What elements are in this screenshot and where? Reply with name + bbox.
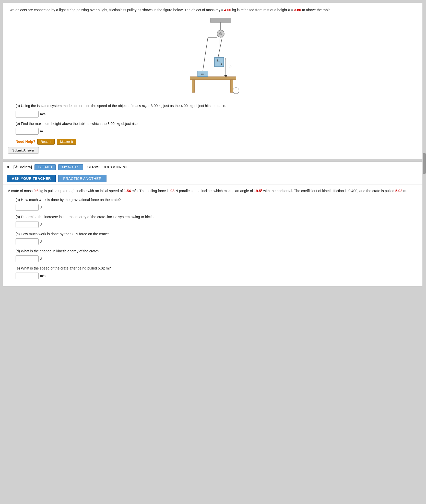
incline-angle: 19.5° [254,189,262,193]
svg-text:m: m [218,60,221,64]
p8-part-d-label: (d) What is the change in kinetic energy… [16,249,418,254]
scrollbar-thumb[interactable] [423,153,426,174]
part-a-input[interactable] [16,111,39,118]
part-a-input-row: m/s [16,111,418,118]
p8-part-e-input-row: m/s [16,273,418,279]
part-a-unit: m/s [40,112,45,116]
part-a-label: (a) Using the isolated system model, det… [16,103,418,109]
master-it-button[interactable]: Master It [57,139,76,145]
part-b-unit: m [40,129,43,133]
p8-part-d-input-row: J [16,255,418,262]
svg-text:m: m [202,72,204,76]
ask-teacher-button[interactable]: ASK YOUR TEACHER [7,175,56,182]
p8-part-b-label: (b) Determine the increase in internal e… [16,214,418,220]
crate-mass: 9.6 [33,189,38,193]
svg-rect-0 [210,18,231,22]
p8-part-a-input[interactable] [16,204,39,211]
p8-part-c-input[interactable] [16,238,39,245]
p8-part-c-unit: J [40,240,42,243]
p8-part-c-section: (c) How much work is done by the 98-N fo… [16,231,418,245]
mynotes-button[interactable]: MY NOTES [58,164,83,170]
pulley-svg: m 1 h [175,18,251,100]
svg-point-3 [219,32,222,35]
part-a-section: (a) Using the isolated system model, det… [16,103,418,117]
submit-button[interactable]: Submit Answer [8,147,39,154]
part-b-input-row: m [16,128,418,135]
p8-part-b-unit: J [40,222,42,226]
practice-another-button[interactable]: PRACTICE ANOTHER [58,175,106,182]
pulled-distance: 5.02 [395,189,402,193]
problem7-intro: Two objects are connected by a light str… [8,7,418,13]
initial-speed: 1.54 [124,189,131,193]
problem7-card: Two objects are connected by a light str… [3,3,423,159]
part-b-section: (b) Find the maximum height above the ta… [16,121,418,135]
pulley-figure: m 1 h [8,18,418,100]
problem8-header: 8. [-/1 Points] DETAILS MY NOTES SERPSE1… [3,161,423,173]
p8-part-d-section: (d) What is the change in kinetic energy… [16,249,418,262]
p8-part-a-label: (a) How much work is done by the gravita… [16,197,418,203]
ask-teacher-row: ASK YOUR TEACHER PRACTICE ANOTHER [3,173,423,184]
p8-part-b-input[interactable] [16,221,39,228]
scrollbar[interactable] [422,0,426,289]
problem8-number: 8. [7,165,10,169]
p8-part-a-input-row: J [16,204,418,211]
p8-part-a-section: (a) How much work is done by the gravita… [16,197,418,211]
p8-part-a-unit: J [40,205,42,209]
p8-part-c-label: (c) How much work is done by the 98-N fo… [16,231,418,237]
problem8-points: [-/1 Points] [14,165,32,169]
problem8-body: A crate of mass 9.6 kg is pulled up a ro… [3,184,423,287]
svg-rect-14 [230,80,233,92]
part-b-input[interactable] [16,128,39,135]
pulling-force: 98 [170,189,174,193]
p8-part-b-input-row: J [16,221,418,228]
m1-value: 4.00 [224,8,231,12]
svg-rect-12 [190,77,236,80]
svg-text:i: i [236,89,236,92]
p8-part-b-section: (b) Determine the increase in internal e… [16,214,418,228]
problem8-id: SERPSE10 8.3.P.007.MI. [87,165,128,169]
p8-part-d-unit: J [40,257,42,261]
submit-row: Submit Answer [8,147,418,154]
svg-text:1: 1 [221,63,222,65]
problem8-intro-text: A crate of mass 9.6 kg is pulled up a ro… [8,188,418,194]
svg-line-20 [203,37,208,71]
p8-part-c-input-row: J [16,238,418,245]
read-it-button[interactable]: Read It [37,139,55,145]
p8-part-e-input[interactable] [16,273,39,279]
p8-part-e-section: (e) What is the speed of the crate after… [16,266,418,279]
details-button[interactable]: DETAILS [34,164,56,170]
svg-text:h: h [230,65,231,68]
p8-part-d-input[interactable] [16,255,39,262]
h-value: 3.80 [294,8,301,12]
p8-part-e-label: (e) What is the speed of the crate after… [16,266,418,271]
p8-part-e-unit: m/s [40,274,45,278]
need-help-row: Need Help? Read It Master It [16,139,418,145]
svg-rect-13 [192,80,195,92]
svg-text:2: 2 [204,74,206,77]
part-b-label: (b) Find the maximum height above the ta… [16,121,418,126]
need-help-text: Need Help? [16,139,35,144]
